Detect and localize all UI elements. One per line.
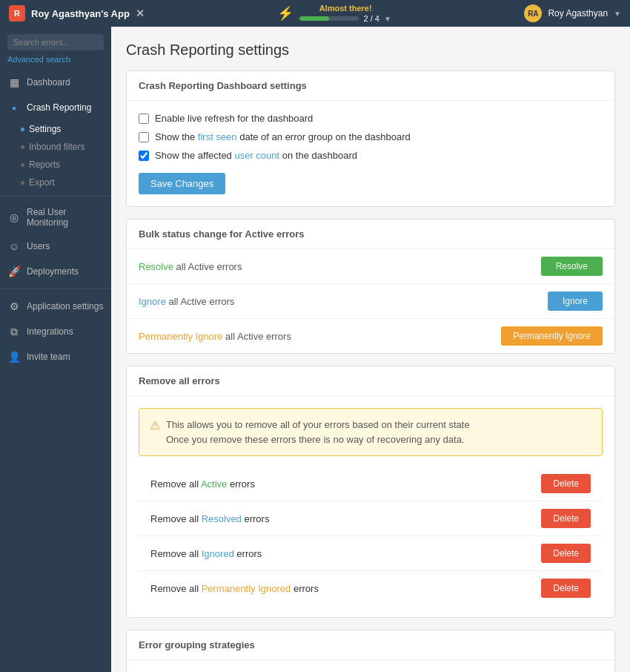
resolve-button[interactable]: Resolve xyxy=(541,257,603,276)
topbar-left: R Roy Agasthyan's App ✕ xyxy=(9,5,145,22)
error-grouping-header: Error grouping strategies xyxy=(127,630,614,660)
sidebar: Advanced search ▦ Dashboard ● Crash Repo… xyxy=(0,27,111,672)
advanced-search-link[interactable]: Advanced search xyxy=(0,53,111,70)
remove-perm-ignored-row: Remove all Permanently Ignored errors De… xyxy=(139,571,603,605)
external-link-icon[interactable]: ✕ xyxy=(136,7,145,19)
sidebar-subitem-reports[interactable]: Reports xyxy=(0,156,111,174)
dashboard-settings-header: Crash Reporting Dashboard settings xyxy=(127,71,614,101)
user-count-link: user count xyxy=(234,150,279,161)
first-seen-checkbox[interactable] xyxy=(139,132,149,142)
bulk-resolve-row: Resolve all Active errors Resolve xyxy=(127,249,614,284)
first-seen-label: Show the first seen date of an error gro… xyxy=(155,131,411,142)
sidebar-label-dashboard: Dashboard xyxy=(27,77,70,88)
perm-ignore-link: Permanently Ignore xyxy=(139,331,222,342)
progress-dropdown[interactable]: ▼ xyxy=(384,15,391,23)
crash-reporting-icon: ● xyxy=(7,101,21,114)
topbar-right: RA Roy Agasthyan ▼ xyxy=(524,4,621,22)
delete-perm-ignored-button[interactable]: Delete xyxy=(541,579,591,598)
remove-active-row: Remove all Active errors Delete xyxy=(139,467,603,501)
sidebar-item-deployments[interactable]: 🚀 Deployments xyxy=(0,259,111,284)
warning-line1: This allows you to remove all of your er… xyxy=(166,418,470,432)
bulk-status-card: Bulk status change for Active errors Res… xyxy=(126,219,615,354)
delete-resolved-button[interactable]: Delete xyxy=(541,509,591,528)
sidebar-subitem-settings[interactable]: Settings xyxy=(0,120,111,138)
save-changes-button[interactable]: Save Changes xyxy=(139,173,225,194)
dot-icon xyxy=(21,128,24,131)
sidebar-label-app-settings: Application settings xyxy=(27,301,103,312)
checkbox-row-3: Show the affected user count on the dash… xyxy=(139,150,603,161)
sidebar-label-integrations: Integrations xyxy=(27,326,73,337)
progress-text: 2 / 4 xyxy=(363,14,379,23)
ignored-link: Ignored xyxy=(202,548,234,559)
error-grouping-body: ℹ To find out more about error grouping … xyxy=(127,660,614,672)
delete-ignored-button[interactable]: Delete xyxy=(541,544,591,563)
bulk-status-header: Bulk status change for Active errors xyxy=(127,220,614,249)
search-input[interactable] xyxy=(7,34,104,50)
sidebar-label-settings: Settings xyxy=(29,124,61,134)
sidebar-subitem-inbound-filters[interactable]: Inbound filters xyxy=(0,138,111,156)
avatar: RA xyxy=(524,4,542,22)
sidebar-subitem-export[interactable]: Export xyxy=(0,174,111,191)
dot-icon-3 xyxy=(21,163,24,167)
bulk-perm-ignore-row: Permanently Ignore all Active errors Per… xyxy=(127,319,614,353)
app-icon: R xyxy=(9,5,25,22)
topbar-center: ⚡ Almost there! 2 / 4 ▼ xyxy=(277,4,391,23)
sidebar-divider-2 xyxy=(0,289,111,289)
progress-bar-container: 2 / 4 ▼ xyxy=(299,14,391,23)
warning-line2: Once you remove these errors there is no… xyxy=(166,432,470,447)
remove-resolved-row: Remove all Resolved errors Delete xyxy=(139,501,603,536)
sidebar-item-integrations[interactable]: ⧉ Integrations xyxy=(0,319,111,344)
sidebar-item-rum[interactable]: ◎ Real User Monitoring xyxy=(0,201,111,234)
warning-box-row: ⚠ This allows you to remove all of your … xyxy=(150,418,591,447)
bulk-ignore-row: Ignore all Active errors Ignore xyxy=(127,284,614,319)
dashboard-settings-card: Crash Reporting Dashboard settings Enabl… xyxy=(126,70,615,207)
dot-icon-4 xyxy=(21,181,24,185)
deployments-icon: 🚀 xyxy=(7,265,21,278)
sidebar-divider-1 xyxy=(0,196,111,197)
remove-errors-card: Remove all errors ⚠ This allows you to r… xyxy=(126,366,615,618)
sidebar-item-dashboard[interactable]: ▦ Dashboard xyxy=(0,70,111,95)
sidebar-item-app-settings[interactable]: ⚙ Application settings xyxy=(0,294,111,319)
user-count-checkbox[interactable] xyxy=(139,151,149,161)
ignore-link: Ignore xyxy=(139,296,166,307)
bulk-ignore-text: Ignore all Active errors xyxy=(139,296,234,307)
perm-ignored-link: Permanently Ignored xyxy=(202,583,291,594)
remove-errors-body: ⚠ This allows you to remove all of your … xyxy=(127,396,614,617)
dot-icon-2 xyxy=(21,145,24,149)
progress-area: Almost there! 2 / 4 ▼ xyxy=(299,4,391,23)
warning-text: This allows you to remove all of your er… xyxy=(166,418,470,447)
sidebar-item-crash-reporting[interactable]: ● Crash Reporting xyxy=(0,95,111,120)
sidebar-item-users[interactable]: ☺ Users xyxy=(0,234,111,259)
sidebar-label-crash-reporting: Crash Reporting xyxy=(27,102,91,113)
sidebar-label-reports: Reports xyxy=(29,159,60,170)
checkbox-row-1: Enable live refresh for the dashboard xyxy=(139,113,603,124)
checkbox-row-2: Show the first seen date of an error gro… xyxy=(139,131,603,142)
remove-resolved-text: Remove all Resolved errors xyxy=(150,513,269,524)
perm-ignore-button[interactable]: Permanently Ignore xyxy=(501,326,603,346)
user-count-label: Show the affected user count on the dash… xyxy=(155,150,357,161)
ignore-button[interactable]: Ignore xyxy=(548,291,603,311)
users-icon: ☺ xyxy=(7,240,21,253)
topbar: R Roy Agasthyan's App ✕ ⚡ Almost there! … xyxy=(0,0,630,27)
live-refresh-checkbox[interactable] xyxy=(139,113,149,124)
sidebar-label-users: Users xyxy=(27,241,50,251)
sidebar-item-invite-team[interactable]: 👤 Invite team xyxy=(0,344,111,369)
active-link: Active xyxy=(201,478,227,490)
integrations-icon: ⧉ xyxy=(7,325,21,338)
dashboard-settings-body: Enable live refresh for the dashboard Sh… xyxy=(127,101,614,206)
user-name: Roy Agasthyan xyxy=(548,8,608,19)
progress-bar-fill xyxy=(299,16,329,21)
sidebar-label-inbound-filters: Inbound filters xyxy=(29,142,84,152)
sidebar-label-invite-team: Invite team xyxy=(27,352,70,362)
first-seen-link: first seen xyxy=(198,131,237,142)
user-dropdown-icon[interactable]: ▼ xyxy=(614,10,621,18)
error-grouping-card: Error grouping strategies ℹ To find out … xyxy=(126,630,615,672)
app-name: Roy Agasthyan's App xyxy=(31,8,130,19)
remove-perm-ignored-text: Remove all Permanently Ignored errors xyxy=(150,583,319,594)
bulk-resolve-text: Resolve all Active errors xyxy=(139,261,242,272)
dashboard-icon: ▦ xyxy=(7,76,21,89)
warning-box: ⚠ This allows you to remove all of your … xyxy=(139,408,603,456)
settings-icon: ⚙ xyxy=(7,300,21,313)
delete-active-button[interactable]: Delete xyxy=(541,474,591,493)
bolt-icon: ⚡ xyxy=(277,5,294,22)
